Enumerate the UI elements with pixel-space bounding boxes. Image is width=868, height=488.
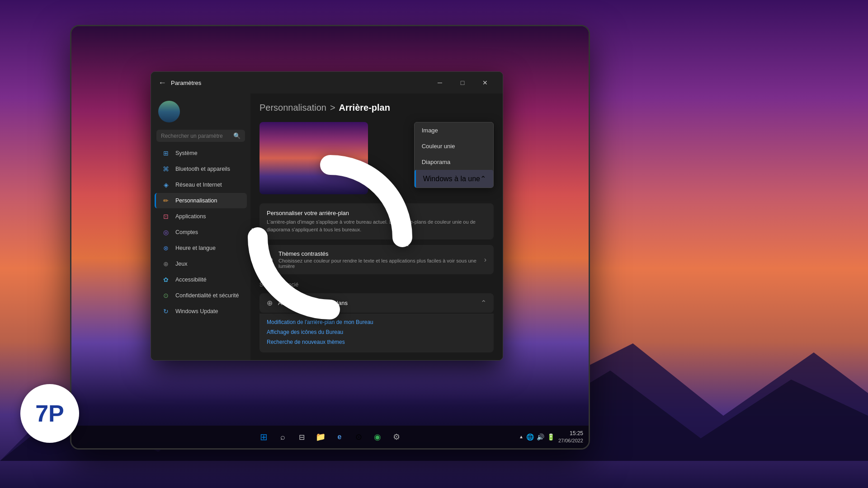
avatar-image xyxy=(158,101,180,122)
sidebar-item-bluetooth[interactable]: ⌘Bluetooth et appareils xyxy=(155,161,247,177)
search-input[interactable] xyxy=(161,133,231,139)
sidebar-item-confidentialite-icon: ⊙ xyxy=(162,291,170,300)
support-link-1[interactable]: Modification de l'arrière-plan de mon Bu… xyxy=(267,317,486,327)
sidebar-item-jeux[interactable]: ⊕Jeux xyxy=(155,256,247,272)
sidebar-item-reseau-icon: ◈ xyxy=(162,181,170,189)
sidebar-item-comptes-icon: ◎ xyxy=(162,228,170,236)
search-icon: 🔍 xyxy=(233,132,241,139)
search-box[interactable]: 🔍 xyxy=(156,130,245,142)
taskbar-settings-icon[interactable]: ⚙ xyxy=(388,428,405,446)
help-globe-icon: ⊕ xyxy=(267,299,273,307)
close-button[interactable]: ✕ xyxy=(475,75,495,90)
support-chevron-up-icon: ⌃ xyxy=(481,299,486,307)
taskbar-icons: ⊞ ⌕ ⊟ 📁 e ⊙ ◉ ⚙ xyxy=(255,428,405,446)
sidebar-item-accessibilite-icon: ✿ xyxy=(162,276,170,284)
sidebar-item-accessibilite-label: Accessibilité xyxy=(175,277,207,283)
preview-section: Image Couleur unie Diaporama Windows à l… xyxy=(259,122,494,194)
sidebar-item-personnalisation[interactable]: ✏Personnalisation xyxy=(155,193,247,208)
dropdown-item-diaporama[interactable]: Diaporama xyxy=(415,154,493,170)
sidebar-item-comptes-label: Comptes xyxy=(175,229,198,235)
sidebar-item-update[interactable]: ↻Windows Update xyxy=(155,304,247,319)
sidebar-item-reseau[interactable]: ◈Réseau et Internet xyxy=(155,177,247,192)
support-link-2[interactable]: Affichage des icônes du Bureau xyxy=(267,327,486,337)
sidebar-item-applications[interactable]: ⊡Applications xyxy=(155,209,247,224)
taskbar-edge-icon[interactable]: e xyxy=(331,428,348,446)
sidebar-item-heure-icon: ⊗ xyxy=(162,244,170,252)
preview-image-inner xyxy=(259,122,368,194)
dropdown-item-windows-label: Windows à la une xyxy=(423,175,480,183)
support-help-left: ⊕ Aide avec les arrière-plans xyxy=(267,299,348,307)
support-section: Support associé ⊕ Aide avec les arrière-… xyxy=(259,278,494,352)
dropdown-item-couleur[interactable]: Couleur unie xyxy=(415,138,493,154)
help-label: Aide avec les arrière-plans xyxy=(278,300,348,306)
sidebar-item-systeme-label: Système xyxy=(175,150,198,156)
dropdown-item-windows[interactable]: Windows à la une ⌃ xyxy=(415,170,493,188)
nav-list: ⊞Système⌘Bluetooth et appareils◈Réseau e… xyxy=(151,145,250,319)
minimize-button[interactable]: ─ xyxy=(429,75,450,90)
taskbar-volume-icon: 🔊 xyxy=(537,433,544,441)
taskbar-taskview-icon[interactable]: ⊟ xyxy=(293,428,310,446)
themes-desc: Choisissez une couleur pour rendre le te… xyxy=(278,258,484,269)
sidebar-item-heure[interactable]: ⊗Heure et langue xyxy=(155,240,247,256)
sidebar-item-accessibilite[interactable]: ✿Accessibilité xyxy=(155,272,247,287)
taskbar-date-display: 27/06/2022 xyxy=(558,437,583,444)
taskbar-sys-icons: ▲ 🌐 🔊 🔋 xyxy=(519,433,555,441)
laptop-frame: ← Paramètres ─ □ ✕ xyxy=(70,25,590,450)
avatar-section xyxy=(151,97,250,130)
themes-chevron-right-icon: › xyxy=(484,256,486,264)
sidebar-item-update-label: Windows Update xyxy=(175,308,218,314)
taskbar: ⊞ ⌕ ⊟ 📁 e ⊙ ◉ ⚙ ▲ 🌐 🔊 🔋 15:25 27/06/20 xyxy=(71,426,589,448)
themes-row[interactable]: ◑ Thèmes contrastés Choisissez une coule… xyxy=(259,245,494,274)
avatar xyxy=(158,101,180,122)
personalize-desc: L'arrière-plan d'image s'applique à votr… xyxy=(267,218,486,233)
sidebar-item-jeux-label: Jeux xyxy=(175,261,187,267)
support-help-row[interactable]: ⊕ Aide avec les arrière-plans ⌃ xyxy=(259,293,494,313)
taskbar-chrome2-icon[interactable]: ◉ xyxy=(369,428,386,446)
taskbar-right: ▲ 🌐 🔊 🔋 15:25 27/06/2022 xyxy=(519,430,583,444)
sidebar-item-reseau-label: Réseau et Internet xyxy=(175,182,222,188)
taskbar-start-icon[interactable]: ⊞ xyxy=(255,428,272,446)
breadcrumb-current: Arrière-plan xyxy=(339,103,390,113)
personalize-title: Personnaliser votre arrière-plan xyxy=(267,210,486,216)
contrast-icon: ◑ xyxy=(267,255,273,264)
logo-text: 7P xyxy=(35,402,64,425)
breadcrumb-parent: Personnalisation xyxy=(259,103,326,113)
themes-title: Thèmes contrastés xyxy=(278,250,484,257)
support-section-label: Support associé xyxy=(259,282,298,288)
preview-image xyxy=(259,122,368,194)
taskbar-time-display: 15:25 xyxy=(558,430,583,437)
sidebar-item-update-icon: ↻ xyxy=(162,307,170,315)
sidebar-item-jeux-icon: ⊕ xyxy=(162,260,170,268)
dropdown-item-image[interactable]: Image xyxy=(415,122,493,138)
support-links: Modification de l'arrière-plan de mon Bu… xyxy=(259,314,494,352)
themes-row-left: ◑ Thèmes contrastés Choisissez une coule… xyxy=(267,250,484,269)
taskbar-datetime: 15:25 27/06/2022 xyxy=(558,430,583,444)
sidebar-item-systeme[interactable]: ⊞Système xyxy=(155,145,247,161)
taskbar-files-icon[interactable]: 📁 xyxy=(312,428,329,446)
taskbar-chrome1-icon[interactable]: ⊙ xyxy=(350,428,367,446)
sidebar-item-personnalisation-label: Personnalisation xyxy=(175,197,217,204)
dropdown-chevron-up-icon: ⌃ xyxy=(480,174,486,183)
sidebar-item-applications-label: Applications xyxy=(175,213,206,220)
sidebar-item-systeme-icon: ⊞ xyxy=(162,149,170,157)
sidebar-item-confidentialite-label: Confidentialité et sécurité xyxy=(175,292,239,299)
title-bar: ← Paramètres ─ □ ✕ xyxy=(151,72,503,94)
sidebar-item-confidentialite[interactable]: ⊙Confidentialité et sécurité xyxy=(155,288,247,303)
taskbar-search-icon[interactable]: ⌕ xyxy=(274,428,291,446)
taskbar-up-arrow-icon: ▲ xyxy=(519,434,524,439)
laptop-screen: ← Paramètres ─ □ ✕ xyxy=(71,26,589,448)
maximize-button[interactable]: □ xyxy=(452,75,473,90)
support-link-3[interactable]: Recherche de nouveaux thèmes xyxy=(267,337,486,347)
sidebar-item-personnalisation-icon: ✏ xyxy=(162,197,170,205)
taskbar-network-icon: 🌐 xyxy=(526,433,534,441)
sidebar-item-bluetooth-icon: ⌘ xyxy=(162,165,170,173)
right-panel: Personnalisation > Arrière-plan Image Co… xyxy=(250,94,503,360)
back-button[interactable]: ← xyxy=(158,78,166,88)
sidebar-item-bluetooth-label: Bluetooth et appareils xyxy=(175,166,230,172)
themes-text: Thèmes contrastés Choisissez une couleur… xyxy=(278,250,484,269)
breadcrumb-separator: > xyxy=(330,103,335,113)
window-title: Paramètres xyxy=(171,80,429,86)
window-controls: ─ □ ✕ xyxy=(429,75,495,90)
sidebar-item-heure-label: Heure et langue xyxy=(175,245,216,251)
sidebar-item-comptes[interactable]: ◎Comptes xyxy=(155,225,247,240)
